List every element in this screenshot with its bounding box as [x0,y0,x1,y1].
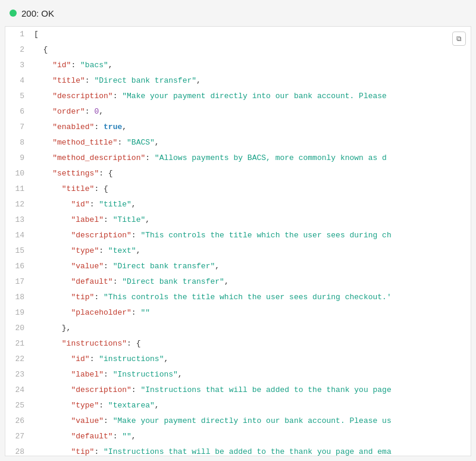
table-row: 3 "id": "bacs", [5,58,471,73]
table-row: 27 "default": "", [5,429,471,444]
line-number: 16 [5,259,34,274]
line-code: "default": "", [34,429,471,444]
status-text: 200: OK [21,8,54,18]
table-row: 9 "method_description": "Allows payments… [5,150,471,166]
line-code: "title": { [34,181,471,197]
table-row: 5 "description": "Make your payment dire… [5,89,471,104]
line-number: 2 [5,42,34,58]
line-code: "title": "Direct bank transfer", [34,73,471,89]
line-number: 14 [5,228,34,243]
line-code: "default": "Direct bank transfer", [34,274,471,290]
line-code: "tip": "Instructions that will be added … [34,444,471,456]
line-number: 3 [5,58,34,73]
line-code: "label": "Title", [34,212,471,228]
line-number: 4 [5,73,34,89]
line-code: "order": 0, [34,104,471,120]
table-row: 28 "tip": "Instructions that will be add… [5,444,471,456]
line-number: 28 [5,444,34,456]
line-code: "method_description": "Allows payments b… [34,150,471,166]
line-number: 6 [5,104,34,120]
line-code: "placeholder": "" [34,305,471,321]
table-row: 17 "default": "Direct bank transfer", [5,274,471,290]
table-row: 18 "tip": "This controls the title which… [5,290,471,305]
line-code: [ [34,27,471,42]
table-row: 21 "instructions": { [5,336,471,352]
table-row: 24 "description": "Instructions that wil… [5,382,471,398]
line-number: 10 [5,166,34,181]
table-row: 10 "settings": { [5,166,471,181]
line-code: }, [34,321,471,336]
line-number: 25 [5,398,34,413]
line-number: 1 [5,27,34,42]
line-number: 18 [5,290,34,305]
table-row: 12 "id": "title", [5,197,471,212]
line-number: 11 [5,181,34,197]
copy-button[interactable]: ⧉ [452,32,466,46]
table-row: 16 "value": "Direct bank transfer", [5,259,471,274]
table-row: 8 "method_title": "BACS", [5,135,471,150]
line-number: 5 [5,89,34,104]
line-code: "description": "Make your payment direct… [34,89,471,104]
line-code: "tip": "This controls the title which th… [34,290,471,305]
line-number: 27 [5,429,34,444]
table-row: 1[ [5,27,471,42]
table-row: 25 "type": "textarea", [5,398,471,413]
table-row: 15 "type": "text", [5,243,471,259]
line-number: 21 [5,336,34,352]
table-row: 14 "description": "This controls the tit… [5,228,471,243]
line-code: "type": "textarea", [34,398,471,413]
line-code: "settings": { [34,166,471,181]
line-code: "id": "title", [34,197,471,212]
line-code: "description": "This controls the title … [34,228,471,243]
line-number: 15 [5,243,34,259]
line-code: "label": "Instructions", [34,367,471,382]
line-code: "id": "bacs", [34,58,471,73]
line-number: 17 [5,274,34,290]
table-row: 4 "title": "Direct bank transfer", [5,73,471,89]
line-number: 26 [5,413,34,429]
table-row: 2 { [5,42,471,58]
line-code: "value": "Make your payment directly int… [34,413,471,429]
line-code: { [34,42,471,58]
line-number: 13 [5,212,34,228]
line-number: 9 [5,150,34,166]
line-code: "method_title": "BACS", [34,135,471,150]
line-number: 20 [5,321,34,336]
line-code: "value": "Direct bank transfer", [34,259,471,274]
table-row: 11 "title": { [5,181,471,197]
table-row: 22 "id": "instructions", [5,352,471,367]
table-row: 13 "label": "Title", [5,212,471,228]
line-code: "instructions": { [34,336,471,352]
line-number: 19 [5,305,34,321]
line-code: "description": "Instructions that will b… [34,382,471,398]
code-panel: ⧉ 1[2 {3 "id": "bacs",4 "title": "Direct… [5,26,471,456]
line-number: 8 [5,135,34,150]
line-number: 7 [5,120,34,135]
code-content: 1[2 {3 "id": "bacs",4 "title": "Direct b… [5,27,471,456]
line-number: 24 [5,382,34,398]
line-code: "id": "instructions", [34,352,471,367]
line-number: 12 [5,197,34,212]
table-row: 6 "order": 0, [5,104,471,120]
line-number: 23 [5,367,34,382]
line-code: "type": "text", [34,243,471,259]
status-bar: 200: OK [0,0,476,26]
table-row: 20 }, [5,321,471,336]
table-row: 19 "placeholder": "" [5,305,471,321]
table-row: 7 "enabled": true, [5,120,471,135]
table-row: 23 "label": "Instructions", [5,367,471,382]
table-row: 26 "value": "Make your payment directly … [5,413,471,429]
line-number: 22 [5,352,34,367]
line-code: "enabled": true, [34,120,471,135]
status-dot [10,10,17,17]
